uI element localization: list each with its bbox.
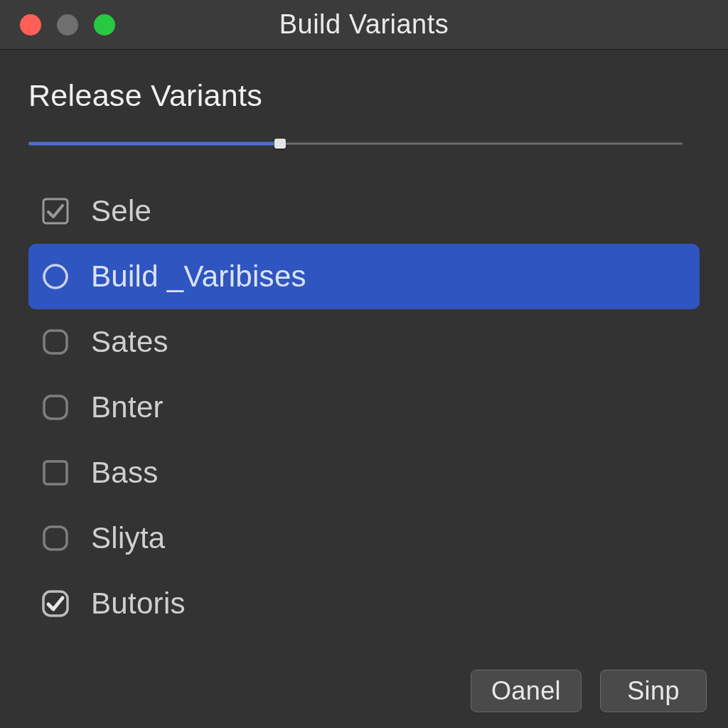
variant-label: Build _Varibises xyxy=(91,259,306,294)
variant-row-build[interactable]: Build _Varibises xyxy=(28,244,700,309)
variant-row-bnter[interactable]: Bnter xyxy=(28,375,700,440)
svg-rect-5 xyxy=(44,527,67,550)
zoom-icon[interactable] xyxy=(94,14,115,36)
variant-label: Sele xyxy=(91,194,151,228)
traffic-lights xyxy=(20,14,115,36)
variant-row-sele[interactable]: Sele xyxy=(28,178,700,244)
close-icon[interactable] xyxy=(20,14,41,36)
checkbox-unchecked-icon[interactable] xyxy=(41,328,70,356)
minimize-icon[interactable] xyxy=(57,14,78,36)
variant-label: Sliyta xyxy=(91,521,166,555)
slider-fill xyxy=(28,142,280,146)
checkbox-unchecked-icon[interactable] xyxy=(41,524,70,552)
svg-rect-4 xyxy=(44,461,67,484)
svg-rect-3 xyxy=(44,396,67,419)
variant-label: Butoris xyxy=(91,587,186,621)
progress-slider[interactable] xyxy=(28,139,682,149)
variant-row-bass[interactable]: Bass xyxy=(28,440,700,505)
variant-label: Bnter xyxy=(91,390,164,424)
variant-row-butoris[interactable]: Butoris xyxy=(28,571,700,636)
title-bar: Build Variants xyxy=(0,0,728,50)
variant-label: Bass xyxy=(91,456,159,490)
slider-thumb-icon[interactable] xyxy=(274,139,286,149)
cancel-button[interactable]: Oanel xyxy=(471,670,582,712)
section-title: Release Variants xyxy=(28,78,700,113)
svg-rect-2 xyxy=(44,331,67,353)
checkbox-checked-icon[interactable] xyxy=(41,197,70,225)
radio-unchecked-icon[interactable] xyxy=(41,262,70,291)
variant-row-sliyta[interactable]: Sliyta xyxy=(28,505,700,571)
variant-label: Sates xyxy=(91,325,168,359)
checkbox-unchecked-icon[interactable] xyxy=(41,459,70,487)
checkbox-checked-icon[interactable] xyxy=(41,589,70,618)
variant-list: Sele Build _Varibises Sates Bnter Bass xyxy=(28,178,700,636)
variant-row-sates[interactable]: Sates xyxy=(28,309,700,375)
checkbox-unchecked-icon[interactable] xyxy=(41,393,70,422)
dialog-footer: Oanel Sinp xyxy=(471,670,707,712)
svg-rect-0 xyxy=(43,199,68,223)
ok-button[interactable]: Sinp xyxy=(600,670,707,712)
svg-point-1 xyxy=(44,265,67,288)
window-title: Build Variants xyxy=(279,9,449,40)
